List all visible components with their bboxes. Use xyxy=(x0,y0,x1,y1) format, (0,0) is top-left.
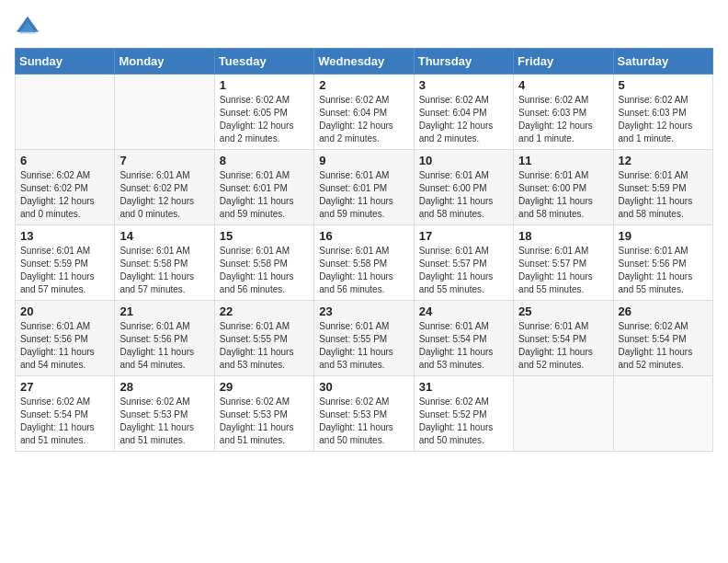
calendar-cell xyxy=(115,75,214,150)
day-number: 2 xyxy=(319,78,408,92)
day-info: Sunrise: 6:01 AM Sunset: 5:55 PM Dayligh… xyxy=(220,320,309,372)
day-info: Sunrise: 6:01 AM Sunset: 6:02 PM Dayligh… xyxy=(119,169,209,221)
day-number: 3 xyxy=(419,78,508,92)
day-header-tuesday: Tuesday xyxy=(214,49,313,75)
calendar-cell xyxy=(514,376,613,452)
calendar-cell: 7Sunrise: 6:01 AM Sunset: 6:02 PM Daylig… xyxy=(115,150,214,225)
logo-icon xyxy=(15,15,40,40)
day-header-wednesday: Wednesday xyxy=(314,49,414,75)
day-info: Sunrise: 6:01 AM Sunset: 6:00 PM Dayligh… xyxy=(419,169,508,221)
day-number: 12 xyxy=(619,154,708,167)
calendar-cell: 10Sunrise: 6:01 AM Sunset: 6:00 PM Dayli… xyxy=(414,150,513,225)
calendar-cell: 22Sunrise: 6:01 AM Sunset: 5:55 PM Dayli… xyxy=(214,301,313,376)
day-number: 1 xyxy=(220,78,309,92)
page-header xyxy=(15,15,713,40)
calendar-week-3: 13Sunrise: 6:01 AM Sunset: 5:59 PM Dayli… xyxy=(16,225,713,301)
day-number: 29 xyxy=(220,380,309,394)
day-number: 20 xyxy=(20,304,109,318)
day-info: Sunrise: 6:02 AM Sunset: 6:03 PM Dayligh… xyxy=(619,94,708,145)
calendar-cell: 14Sunrise: 6:01 AM Sunset: 5:58 PM Dayli… xyxy=(115,225,214,301)
day-number: 16 xyxy=(319,229,408,243)
calendar-table: SundayMondayTuesdayWednesdayThursdayFrid… xyxy=(15,48,713,452)
calendar-cell xyxy=(613,376,712,452)
calendar-cell: 31Sunrise: 6:02 AM Sunset: 5:52 PM Dayli… xyxy=(414,376,513,452)
day-info: Sunrise: 6:01 AM Sunset: 5:58 PM Dayligh… xyxy=(220,245,309,296)
day-info: Sunrise: 6:01 AM Sunset: 5:56 PM Dayligh… xyxy=(119,320,209,372)
day-info: Sunrise: 6:02 AM Sunset: 5:53 PM Dayligh… xyxy=(319,396,408,447)
calendar-week-5: 27Sunrise: 6:02 AM Sunset: 5:54 PM Dayli… xyxy=(16,376,713,452)
day-info: Sunrise: 6:01 AM Sunset: 5:58 PM Dayligh… xyxy=(319,245,408,296)
day-info: Sunrise: 6:01 AM Sunset: 5:56 PM Dayligh… xyxy=(619,245,708,296)
day-number: 14 xyxy=(119,229,209,243)
day-number: 19 xyxy=(619,229,708,243)
calendar-cell: 17Sunrise: 6:01 AM Sunset: 5:57 PM Dayli… xyxy=(414,225,513,301)
day-number: 18 xyxy=(518,229,608,243)
calendar-cell: 6Sunrise: 6:02 AM Sunset: 6:02 PM Daylig… xyxy=(16,150,115,225)
calendar-week-4: 20Sunrise: 6:01 AM Sunset: 5:56 PM Dayli… xyxy=(16,301,713,376)
calendar-cell: 12Sunrise: 6:01 AM Sunset: 5:59 PM Dayli… xyxy=(613,150,712,225)
day-info: Sunrise: 6:01 AM Sunset: 6:01 PM Dayligh… xyxy=(319,169,408,221)
day-header-sunday: Sunday xyxy=(16,49,115,75)
day-number: 26 xyxy=(619,304,708,318)
day-header-thursday: Thursday xyxy=(414,49,513,75)
calendar-cell: 13Sunrise: 6:01 AM Sunset: 5:59 PM Dayli… xyxy=(16,225,115,301)
day-info: Sunrise: 6:02 AM Sunset: 6:03 PM Dayligh… xyxy=(518,94,608,145)
day-header-saturday: Saturday xyxy=(613,49,712,75)
day-header-friday: Friday xyxy=(514,49,613,75)
day-number: 28 xyxy=(119,380,209,394)
day-number: 25 xyxy=(518,304,608,318)
day-info: Sunrise: 6:01 AM Sunset: 5:55 PM Dayligh… xyxy=(319,320,408,372)
day-info: Sunrise: 6:02 AM Sunset: 6:02 PM Dayligh… xyxy=(20,169,109,221)
calendar-cell: 23Sunrise: 6:01 AM Sunset: 5:55 PM Dayli… xyxy=(314,301,414,376)
day-number: 11 xyxy=(518,154,608,167)
calendar-cell: 2Sunrise: 6:02 AM Sunset: 6:04 PM Daylig… xyxy=(314,75,414,150)
day-number: 15 xyxy=(220,229,309,243)
calendar-cell: 4Sunrise: 6:02 AM Sunset: 6:03 PM Daylig… xyxy=(514,75,613,150)
day-info: Sunrise: 6:01 AM Sunset: 5:59 PM Dayligh… xyxy=(20,245,109,296)
day-info: Sunrise: 6:01 AM Sunset: 6:01 PM Dayligh… xyxy=(220,169,309,221)
day-info: Sunrise: 6:02 AM Sunset: 6:05 PM Dayligh… xyxy=(220,94,309,145)
day-number: 10 xyxy=(419,154,508,167)
day-info: Sunrise: 6:01 AM Sunset: 5:54 PM Dayligh… xyxy=(419,320,508,372)
day-number: 31 xyxy=(419,380,508,394)
calendar-cell: 11Sunrise: 6:01 AM Sunset: 6:00 PM Dayli… xyxy=(514,150,613,225)
day-info: Sunrise: 6:01 AM Sunset: 5:54 PM Dayligh… xyxy=(518,320,608,372)
day-info: Sunrise: 6:01 AM Sunset: 5:57 PM Dayligh… xyxy=(518,245,608,296)
calendar-cell: 8Sunrise: 6:01 AM Sunset: 6:01 PM Daylig… xyxy=(214,150,313,225)
day-number: 4 xyxy=(518,78,608,92)
day-number: 24 xyxy=(419,304,508,318)
calendar-cell: 18Sunrise: 6:01 AM Sunset: 5:57 PM Dayli… xyxy=(514,225,613,301)
calendar-cell: 25Sunrise: 6:01 AM Sunset: 5:54 PM Dayli… xyxy=(514,301,613,376)
day-number: 6 xyxy=(20,154,109,167)
day-info: Sunrise: 6:02 AM Sunset: 5:54 PM Dayligh… xyxy=(619,320,708,372)
calendar-cell: 19Sunrise: 6:01 AM Sunset: 5:56 PM Dayli… xyxy=(613,225,712,301)
calendar-cell: 5Sunrise: 6:02 AM Sunset: 6:03 PM Daylig… xyxy=(613,75,712,150)
calendar-cell: 26Sunrise: 6:02 AM Sunset: 5:54 PM Dayli… xyxy=(613,301,712,376)
day-number: 27 xyxy=(20,380,109,394)
day-info: Sunrise: 6:02 AM Sunset: 6:04 PM Dayligh… xyxy=(419,94,508,145)
day-info: Sunrise: 6:01 AM Sunset: 6:00 PM Dayligh… xyxy=(518,169,608,221)
calendar-cell: 24Sunrise: 6:01 AM Sunset: 5:54 PM Dayli… xyxy=(414,301,513,376)
logo xyxy=(15,15,44,40)
day-info: Sunrise: 6:01 AM Sunset: 5:59 PM Dayligh… xyxy=(619,169,708,221)
calendar-cell: 21Sunrise: 6:01 AM Sunset: 5:56 PM Dayli… xyxy=(115,301,214,376)
calendar-cell: 15Sunrise: 6:01 AM Sunset: 5:58 PM Dayli… xyxy=(214,225,313,301)
day-number: 8 xyxy=(220,154,309,167)
day-headers-row: SundayMondayTuesdayWednesdayThursdayFrid… xyxy=(16,49,713,75)
calendar-body: 1Sunrise: 6:02 AM Sunset: 6:05 PM Daylig… xyxy=(16,75,713,452)
calendar-week-1: 1Sunrise: 6:02 AM Sunset: 6:05 PM Daylig… xyxy=(16,75,713,150)
calendar-cell: 28Sunrise: 6:02 AM Sunset: 5:53 PM Dayli… xyxy=(115,376,214,452)
calendar-cell: 30Sunrise: 6:02 AM Sunset: 5:53 PM Dayli… xyxy=(314,376,414,452)
day-info: Sunrise: 6:01 AM Sunset: 5:56 PM Dayligh… xyxy=(20,320,109,372)
day-number: 7 xyxy=(119,154,209,167)
day-info: Sunrise: 6:01 AM Sunset: 5:57 PM Dayligh… xyxy=(419,245,508,296)
day-info: Sunrise: 6:01 AM Sunset: 5:58 PM Dayligh… xyxy=(119,245,209,296)
day-number: 22 xyxy=(220,304,309,318)
day-number: 21 xyxy=(119,304,209,318)
day-number: 9 xyxy=(319,154,408,167)
calendar-cell: 20Sunrise: 6:01 AM Sunset: 5:56 PM Dayli… xyxy=(16,301,115,376)
calendar-cell: 9Sunrise: 6:01 AM Sunset: 6:01 PM Daylig… xyxy=(314,150,414,225)
calendar-cell: 3Sunrise: 6:02 AM Sunset: 6:04 PM Daylig… xyxy=(414,75,513,150)
day-info: Sunrise: 6:02 AM Sunset: 6:04 PM Dayligh… xyxy=(319,94,408,145)
day-number: 5 xyxy=(619,78,708,92)
